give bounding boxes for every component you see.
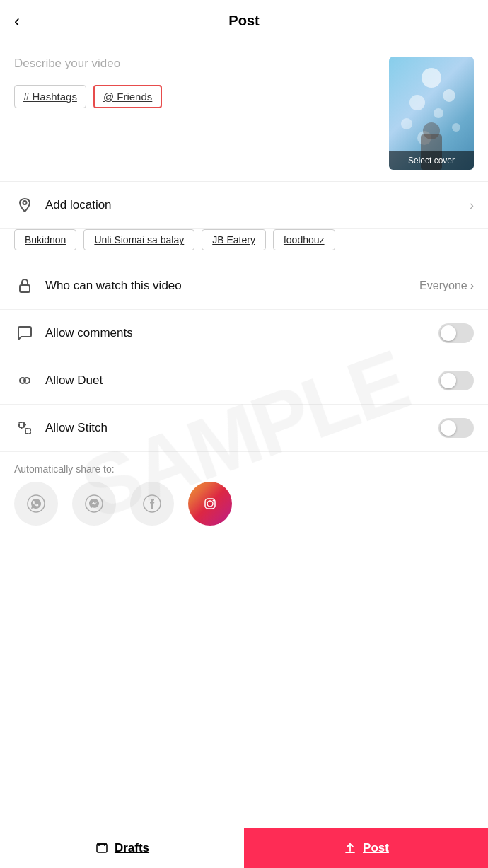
who-can-watch-row[interactable]: Who can watch this video Everyone › [0,262,488,310]
svg-point-0 [422,68,441,88]
back-button[interactable]: ‹ [14,11,20,31]
share-icons-row [0,482,488,540]
toggle-knob-stitch [441,420,456,436]
auto-share-label: Automatically share to: [0,452,488,482]
allow-comments-toggle[interactable] [438,323,474,343]
allow-comments-label: Allow comments [45,326,438,340]
allow-stitch-toggle[interactable] [438,418,474,438]
allow-duet-toggle[interactable] [438,371,474,390]
bottom-bar: Drafts Post [0,828,488,868]
svg-rect-14 [25,429,30,434]
describe-left: Describe your video # Hashtags @ Friends [14,57,378,170]
who-can-watch-label: Who can watch this video [45,279,419,293]
location-chip-1[interactable]: Unli Siomai sa balay [83,229,194,250]
video-thumbnail: Select cover [389,57,474,170]
who-can-watch-value: Everyone › [419,279,474,292]
duet-icon [14,370,35,391]
svg-point-2 [409,95,425,110]
allow-duet-row: Allow Duet [0,357,488,405]
facebook-icon [142,494,162,514]
hashtag-row: # Hashtags @ Friends [14,85,378,108]
location-chip-3[interactable]: foodhouz [273,229,335,250]
allow-duet-label: Allow Duet [45,374,438,388]
svg-rect-23 [97,844,107,852]
who-can-watch-chevron-icon: › [470,279,474,292]
facebook-button[interactable] [130,482,174,526]
location-chip-2[interactable]: JB Eatery [202,229,266,250]
describe-placeholder[interactable]: Describe your video [14,57,378,71]
svg-point-8 [423,122,440,139]
post-upload-icon [343,841,357,855]
svg-point-18 [86,495,103,512]
page-title: Post [228,13,259,29]
svg-point-5 [452,123,460,132]
svg-point-9 [23,201,27,204]
add-location-row[interactable]: Add location › [0,182,488,229]
allow-stitch-row: Allow Stitch [0,405,488,452]
drafts-button[interactable]: Drafts [0,828,244,868]
svg-point-4 [401,118,412,129]
allow-stitch-label: Allow Stitch [45,421,438,435]
hashtags-button[interactable]: # Hashtags [14,85,86,108]
header: ‹ Post [0,0,488,42]
svg-point-1 [443,89,455,102]
allow-comments-row: Allow comments [0,310,488,357]
instagram-icon [200,494,220,514]
location-chip-0[interactable]: Bukidnon [14,229,76,250]
describe-section: Describe your video # Hashtags @ Friends… [0,42,488,182]
location-icon [14,195,35,216]
location-chevron-icon: › [470,198,474,213]
add-location-label: Add location [45,198,470,212]
drafts-icon [95,841,109,855]
toggle-knob-duet [441,373,456,388]
stitch-icon [14,417,35,439]
post-button[interactable]: Post [244,828,488,868]
svg-point-3 [434,108,443,118]
svg-rect-10 [20,285,30,292]
messenger-icon [84,494,104,514]
whatsapp-icon [26,494,46,514]
comment-icon [14,323,35,344]
location-chips: Bukidnon Unli Siomai sa balay JB Eatery … [0,229,488,262]
messenger-button[interactable] [72,482,116,526]
whatsapp-button[interactable] [14,482,58,526]
friends-button[interactable]: @ Friends [93,85,162,108]
instagram-button[interactable] [188,482,232,526]
lock-icon [14,275,35,296]
select-cover-button[interactable]: Select cover [389,151,474,170]
svg-point-21 [207,501,213,507]
svg-point-22 [213,500,214,502]
toggle-knob [441,325,456,341]
svg-rect-13 [19,422,24,427]
bottom-spacer [0,540,488,596]
